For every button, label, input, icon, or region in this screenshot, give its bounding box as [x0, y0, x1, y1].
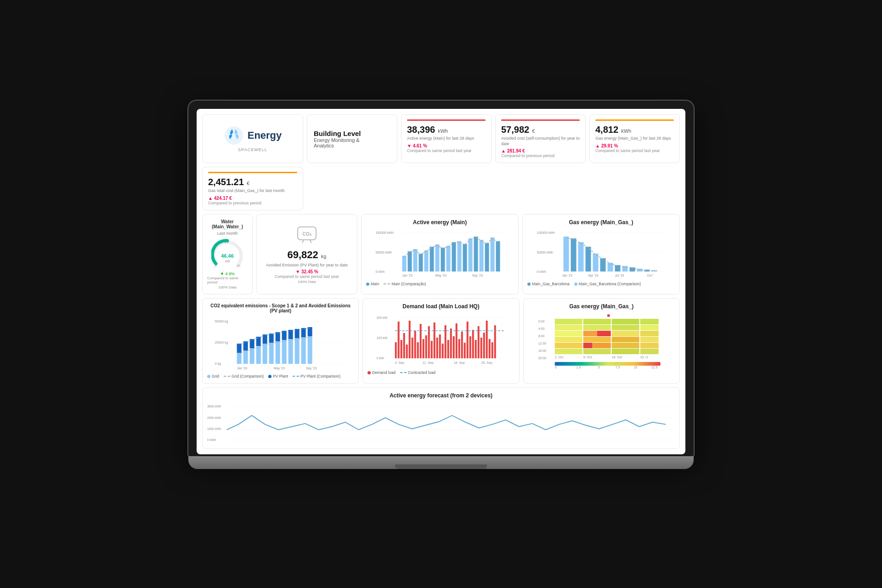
- metric-desc-3: Gas total cost (Main_Gas_) for last mont…: [208, 188, 297, 194]
- water-period-label: Compared to same period: [207, 276, 248, 284]
- svg-rect-103: [398, 322, 400, 358]
- svg-rect-138: [494, 325, 496, 358]
- svg-rect-21: [435, 244, 440, 271]
- co2-card: CO₂ 69,822 kg Avoided Emission (PV Plant…: [256, 214, 357, 294]
- svg-text:0: 0: [215, 264, 216, 267]
- legend-gas-comp: Main_Gas_Barcelona (Comparison): [574, 282, 641, 286]
- svg-rect-16: [408, 251, 412, 271]
- title-card: Building Level Energy Monitoring & Analy…: [307, 114, 397, 163]
- svg-rect-45: [578, 242, 584, 271]
- svg-rect-90: [308, 336, 312, 364]
- svg-rect-76: [263, 344, 267, 364]
- svg-text:25. Sep: 25. Sep: [481, 361, 492, 365]
- svg-rect-18: [419, 254, 423, 271]
- svg-text:50000 kg: 50000 kg: [215, 320, 228, 323]
- svg-rect-80: [276, 341, 280, 364]
- svg-text:m3: m3: [225, 260, 230, 263]
- svg-text:8:00: 8:00: [538, 334, 544, 338]
- svg-rect-22: [441, 248, 445, 271]
- svg-rect-69: [237, 344, 242, 353]
- svg-text:200 kW: 200 kW: [377, 316, 388, 319]
- legend-contracted: Contracted load: [400, 370, 435, 375]
- gas-energy-chart-card: Gas energy (Main_Gas_) 100000 kWh 50000 …: [522, 214, 680, 294]
- svg-rect-129: [469, 336, 471, 358]
- svg-text:12:00: 12:00: [538, 342, 546, 345]
- svg-text:20: 20: [225, 240, 228, 243]
- metric-change-0: ▼ 4.61 %: [407, 143, 486, 148]
- energy-logo-icon: [224, 125, 244, 146]
- page-title-line2: Energy Monitoring & Analytics: [314, 137, 390, 148]
- svg-text:CO₂: CO₂: [303, 232, 311, 237]
- svg-rect-23: [447, 246, 451, 271]
- logo-text: Energy: [248, 130, 282, 141]
- dashboard: Energy SPACEWELL Building Level Energy M…: [197, 109, 685, 454]
- svg-rect-136: [489, 339, 491, 358]
- co2-value-row: 69,822 kg: [288, 249, 327, 261]
- svg-rect-112: [423, 339, 424, 358]
- svg-rect-150: [554, 319, 582, 324]
- svg-rect-162: [640, 331, 658, 336]
- demand-chart-card: Demand load (Main Load HQ) 200 kW 100 kW…: [362, 298, 519, 384]
- laptop-screen: Energy SPACEWELL Building Level Energy M…: [188, 101, 694, 456]
- demand-chart-svg: 200 kW 100 kW 0 kW Power: [368, 312, 514, 368]
- svg-rect-28: [474, 237, 478, 271]
- svg-rect-128: [467, 322, 469, 358]
- svg-text:May '23: May '23: [435, 274, 447, 277]
- svg-rect-125: [458, 339, 460, 358]
- svg-text:Apr '23: Apr '23: [588, 274, 599, 277]
- svg-rect-24: [452, 242, 456, 271]
- svg-text:Jan '23: Jan '23: [562, 274, 572, 277]
- svg-text:0 kWh: 0 kWh: [537, 270, 546, 273]
- svg-text:23. O: 23. O: [640, 356, 648, 359]
- gas-energy-chart-title: Gas energy (Main_Gas_): [527, 219, 675, 226]
- metric-top-bar-3: [208, 172, 297, 173]
- svg-rect-27: [469, 238, 473, 271]
- metric-desc-1: Avoided cost (self-consumption) for year…: [501, 136, 580, 147]
- co2-chart-svg: 50000 kg 25000 kg 0 kg Carbon dioxide eq…: [207, 316, 354, 371]
- metric-top-bar-2: [595, 119, 674, 121]
- water-title: Water (Main_Water_): [207, 219, 248, 229]
- svg-rect-32: [496, 241, 500, 271]
- svg-point-0: [225, 126, 243, 145]
- metric-change-2: ▲ 29.91 %: [595, 143, 674, 148]
- co2-chart-title: CO2 equivalent emissions - Scope 1 & 2 a…: [207, 303, 354, 313]
- svg-text:100000 kWh: 100000 kWh: [376, 231, 394, 234]
- svg-rect-121: [447, 340, 449, 358]
- svg-rect-70: [243, 351, 248, 364]
- co2-period: Compared to same period last year: [275, 274, 339, 279]
- svg-text:25000 kg: 25000 kg: [215, 341, 228, 345]
- forecast-chart-card: Active energy forecast (from 2 devices) …: [202, 387, 680, 449]
- svg-rect-153: [640, 319, 658, 324]
- svg-rect-110: [417, 342, 419, 358]
- svg-text:3000 kWh: 3000 kWh: [207, 405, 221, 408]
- legend-pv-comp: PV Plant (Comparison): [293, 374, 340, 379]
- svg-rect-83: [282, 331, 287, 340]
- svg-text:Sep '23: Sep '23: [472, 274, 483, 277]
- gas-heatmap-title: Gas energy (Main_Gas_): [528, 303, 675, 310]
- active-energy-chart-title: Active energy (Main): [366, 219, 514, 226]
- svg-rect-154: [554, 325, 582, 330]
- screen-inner: Energy SPACEWELL Building Level Energy M…: [197, 109, 685, 454]
- svg-text:16:00: 16:00: [538, 349, 546, 352]
- gas-heatmap-svg: 0:00 4:00 8:00 12:00 16:00 20:00: [528, 312, 675, 372]
- svg-rect-159: [583, 331, 597, 336]
- svg-rect-78: [269, 343, 274, 364]
- svg-rect-86: [295, 338, 300, 364]
- svg-rect-170: [611, 343, 639, 348]
- logo-sub: SPACEWELL: [238, 147, 267, 152]
- svg-rect-25: [458, 241, 462, 271]
- metric-value-1: 57,982 €: [501, 124, 580, 135]
- svg-text:9. Oct: 9. Oct: [583, 356, 592, 359]
- gas-energy-legend: Main_Gas_Barcelona Main_Gas_Barcelona (C…: [527, 282, 675, 286]
- svg-rect-30: [485, 243, 489, 271]
- svg-rect-174: [611, 349, 639, 354]
- metric-value-3: 2,451.21 €: [208, 177, 297, 187]
- svg-rect-82: [282, 340, 287, 364]
- svg-rect-130: [472, 330, 474, 358]
- demand-chart-title: Demand load (Main Load HQ): [368, 303, 514, 310]
- co2-desc: Avoided Emission (PV Plant) for year to …: [266, 263, 348, 267]
- svg-rect-17: [413, 249, 418, 271]
- legend-main-comp: Main (Comparação): [384, 282, 426, 286]
- co2-emissions-chart-card: CO2 equivalent emissions - Scope 1 & 2 a…: [202, 298, 359, 384]
- svg-text:0 kWh: 0 kWh: [376, 270, 385, 273]
